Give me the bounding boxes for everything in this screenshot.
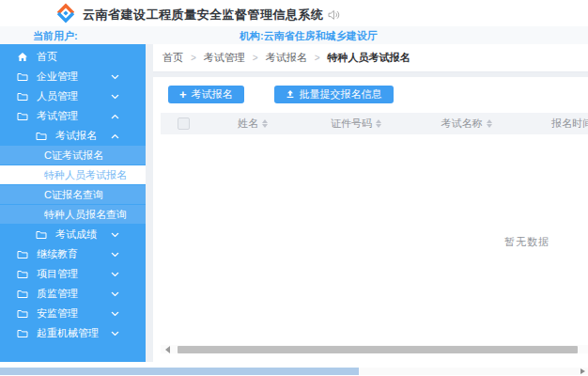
- sidebar-item-continuing-education[interactable]: 继续教育: [0, 244, 146, 264]
- sidebar-item-label: C证考试报名: [44, 149, 103, 163]
- page-hscrollbar-thumb[interactable]: [0, 368, 359, 375]
- table-viewport: 姓名 证件号码 考试名称 报名时间: [161, 113, 588, 349]
- sidebar-item-label: 安监管理: [37, 306, 78, 321]
- column-header-label: 报名时间: [551, 117, 588, 131]
- sidebar-item-label: 特种人员考试报名: [44, 168, 127, 182]
- sort-icon[interactable]: [376, 119, 381, 128]
- folder-icon: [17, 290, 28, 299]
- breadcrumb-item-exam-mgmt[interactable]: 考试管理: [204, 51, 245, 65]
- folder-icon: [17, 112, 28, 121]
- folder-icon: [36, 230, 47, 240]
- table-body-empty: 暂无数据: [161, 134, 588, 349]
- sidebar-item-c-cert-registration-query[interactable]: C证报名查询: [0, 185, 146, 204]
- chevron-down-icon: [111, 252, 119, 257]
- column-header-label: 证件号码: [331, 117, 372, 131]
- home-icon: [17, 52, 28, 62]
- breadcrumb-item-home[interactable]: 首页: [162, 51, 183, 65]
- current-user-label: 当前用户:: [33, 29, 78, 43]
- sidebar-item-special-personnel-exam-registration[interactable]: 特种人员考试报名: [0, 165, 146, 184]
- sidebar-item-home[interactable]: 首页: [0, 47, 146, 67]
- folder-icon: [17, 92, 28, 102]
- table-hscrollbar[interactable]: [161, 345, 588, 353]
- sidebar-item-exam-mgmt[interactable]: 考试管理: [0, 106, 146, 126]
- folder-icon: [36, 132, 47, 141]
- column-header-id-number[interactable]: 证件号码: [300, 117, 412, 131]
- sort-icon[interactable]: [262, 119, 268, 128]
- sidebar-item-label: 质监管理: [37, 287, 78, 301]
- table-hscrollbar-thumb[interactable]: [178, 346, 578, 353]
- sidebar-item-label: 考试成绩: [55, 227, 97, 242]
- app-window: 云南省建设工程质量安全监督管理信息系统 当前用户: 机构:云南省住房和城乡建设厅…: [0, 0, 588, 376]
- scroll-left-icon[interactable]: [165, 346, 170, 353]
- upload-icon: [286, 89, 295, 101]
- chevron-down-icon: [111, 331, 119, 336]
- folder-icon: [17, 250, 28, 259]
- breadcrumb-item-exam-registration[interactable]: 考试报名: [266, 51, 307, 65]
- chevron-down-icon: [111, 311, 119, 316]
- column-header-exam-name[interactable]: 考试名称: [412, 117, 520, 131]
- breadcrumb-item-current: 特种人员考试报名: [328, 51, 410, 65]
- sidebar-item-exam-registration[interactable]: 考试报名: [0, 126, 146, 146]
- scroll-right-icon[interactable]: [580, 368, 585, 374]
- user-info-bar: 当前用户: 机构:云南省住房和城乡建设厅: [0, 26, 588, 44]
- sidebar-item-project-mgmt[interactable]: 项目管理: [0, 264, 146, 284]
- sidebar-item-label: 考试管理: [37, 109, 78, 123]
- sidebar-item-label: 考试报名: [55, 129, 97, 143]
- speaker-icon[interactable]: [328, 8, 341, 24]
- folder-icon: [17, 72, 28, 82]
- chevron-down-icon: [111, 94, 119, 99]
- sidebar-item-personnel-mgmt[interactable]: 人员管理: [0, 86, 146, 106]
- empty-placeholder: 暂无数据: [504, 235, 549, 249]
- sidebar-item-c-cert-exam-registration[interactable]: C证考试报名: [0, 146, 146, 164]
- chevron-up-icon: [111, 133, 119, 138]
- chevron-down-icon: [111, 232, 119, 237]
- column-header-name[interactable]: 姓名: [206, 117, 300, 131]
- app-header: 云南省建设工程质量安全监督管理信息系统: [0, 0, 588, 26]
- content-card: + 考试报名 批量提交报名信息: [153, 77, 588, 362]
- toolbar: + 考试报名 批量提交报名信息: [153, 77, 588, 113]
- breadcrumb: 首页 > 考试管理 > 考试报名 > 特种人员考试报名: [153, 44, 588, 72]
- app-title: 云南省建设工程质量安全监督管理信息系统: [83, 7, 324, 24]
- folder-icon: [17, 270, 28, 279]
- chevron-up-icon: [111, 114, 119, 118]
- sidebar-item-label: 继续教育: [37, 247, 78, 261]
- select-all-cell: [161, 118, 206, 130]
- chevron-down-icon: [111, 74, 119, 79]
- sidebar-item-enterprise-mgmt[interactable]: 企业管理: [0, 67, 146, 86]
- sidebar-item-label: 首页: [37, 50, 57, 64]
- add-exam-registration-label: 考试报名: [192, 87, 233, 102]
- sidebar-item-quality-supervision[interactable]: 质监管理: [0, 284, 146, 304]
- app-logo-icon: [55, 3, 76, 27]
- add-exam-registration-button[interactable]: + 考试报名: [168, 86, 244, 103]
- sidebar-item-label: C证报名查询: [44, 188, 103, 202]
- sidebar: 首页 企业管理 人员管理: [0, 44, 146, 362]
- breadcrumb-separator: >: [191, 53, 196, 63]
- sidebar-item-crane-machinery-mgmt[interactable]: 起重机械管理: [0, 323, 146, 343]
- org-label: 机构:云南省住房和城乡建设厅: [240, 29, 378, 43]
- sort-icon[interactable]: [487, 119, 492, 128]
- sidebar-item-label: 特种人员报名查询: [44, 208, 127, 222]
- sidebar-item-label: 起重机械管理: [37, 326, 99, 340]
- column-header-registration-time[interactable]: 报名时间: [520, 117, 588, 131]
- breadcrumb-separator: >: [315, 53, 320, 63]
- breadcrumb-separator: >: [253, 53, 258, 63]
- folder-icon: [17, 309, 28, 319]
- sidebar-item-safety-supervision[interactable]: 安监管理: [0, 304, 146, 323]
- batch-submit-label: 批量提交报名信息: [300, 87, 382, 102]
- main-layout: 首页 企业管理 人员管理: [0, 44, 588, 362]
- page-hscrollbar[interactable]: [0, 368, 588, 375]
- sidebar-item-special-personnel-registration-query[interactable]: 特种人员报名查询: [0, 205, 146, 224]
- column-header-label: 姓名: [238, 117, 258, 131]
- chevron-down-icon: [111, 291, 119, 296]
- plus-icon: +: [179, 88, 187, 101]
- sidebar-item-label: 项目管理: [37, 267, 78, 281]
- column-header-label: 考试名称: [441, 117, 483, 131]
- select-all-checkbox[interactable]: [178, 118, 190, 130]
- sidebar-item-label: 人员管理: [37, 89, 78, 103]
- content-area: 首页 > 考试管理 > 考试报名 > 特种人员考试报名 + 考试报名: [146, 44, 588, 362]
- table-header-row: 姓名 证件号码 考试名称 报名时间: [161, 113, 588, 134]
- sidebar-item-label: 企业管理: [37, 70, 78, 84]
- batch-submit-button[interactable]: 批量提交报名信息: [274, 86, 394, 103]
- folder-icon: [17, 329, 28, 338]
- sidebar-item-exam-scores[interactable]: 考试成绩: [0, 225, 146, 244]
